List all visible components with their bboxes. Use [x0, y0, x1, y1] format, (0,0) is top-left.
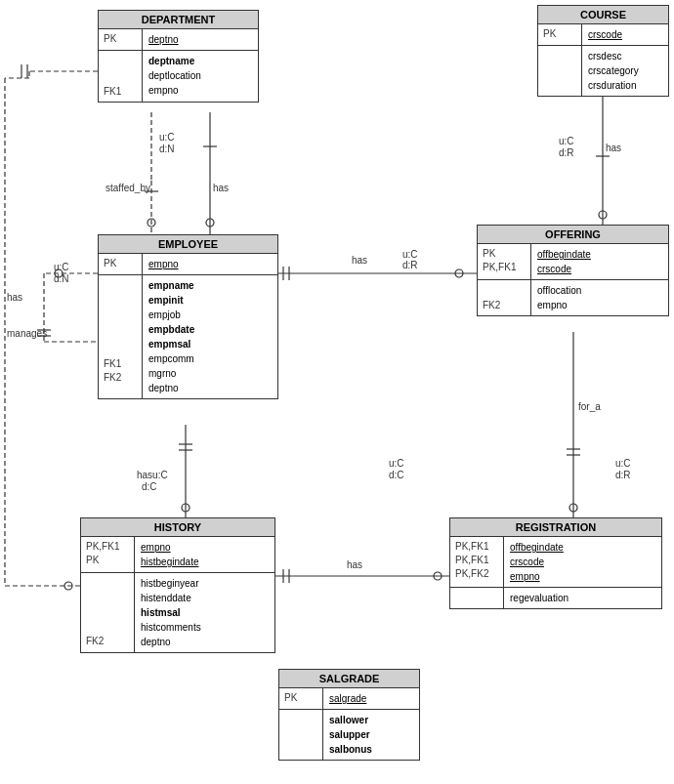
svg-point-29: [182, 504, 190, 512]
registration-title: REGISTRATION: [516, 521, 596, 533]
history-attr-deptno: deptno: [141, 635, 201, 649]
emp-attr-empname: empname: [148, 278, 194, 293]
svg-text:hasu:C: hasu:C: [137, 470, 168, 480]
dept-attr-empno: empno: [148, 83, 201, 98]
svg-text:d:R: d:R: [402, 260, 418, 270]
salgrade-pk-attr: salgrade: [329, 691, 366, 706]
entity-employee: EMPLOYEE PK empno FK1 FK2 empname empini…: [98, 234, 278, 399]
svg-point-6: [206, 219, 214, 227]
course-attr-crsdesc: crsdesc: [588, 49, 639, 63]
entity-course: COURSE PK crscode crsdesc crscategory cr…: [537, 5, 669, 97]
history-attr-histbeginyear: histbeginyear: [141, 576, 201, 591]
salgrade-attr-salbonus: salbonus: [329, 742, 372, 757]
entity-offering-header: OFFERING: [478, 226, 668, 244]
svg-text:manages: manages: [7, 328, 47, 339]
svg-text:d:R: d:R: [615, 470, 631, 480]
history-pkfk1-label: PK,FK1: [86, 540, 129, 554]
history-attr-histenddate: histenddate: [141, 591, 201, 605]
history-pkfk1-attr: empno: [141, 540, 199, 555]
emp-attr-deptno: deptno: [148, 381, 194, 395]
history-pk-attr: histbegindate: [141, 555, 199, 569]
svg-text:d:C: d:C: [389, 470, 404, 480]
reg-pkfk1-2-label: PK,FK1: [455, 554, 498, 567]
department-title: DEPARTMENT: [142, 14, 216, 25]
offering-pk-attr: offbegindate: [537, 247, 591, 262]
svg-point-33: [434, 572, 442, 580]
svg-text:has: has: [7, 292, 22, 303]
entity-department-header: DEPARTMENT: [99, 11, 258, 29]
emp-attr-empcomm: empcomm: [148, 351, 194, 366]
offering-pk-label: PK: [483, 247, 526, 261]
dept-pk-label: PK: [104, 32, 137, 46]
dept-fk1-label: FK1: [104, 85, 137, 99]
salgrade-attr-sallower: sallower: [329, 713, 372, 727]
entity-course-header: COURSE: [538, 6, 668, 24]
emp-attr-empjob: empjob: [148, 308, 194, 322]
course-pk-attr: crscode: [588, 27, 622, 42]
offering-pkfk1-label: PK,FK1: [483, 261, 526, 274]
svg-text:staffed_by: staffed_by: [105, 183, 150, 193]
reg-attr-empno: empno: [510, 569, 564, 584]
reg-attr-crscode: crscode: [510, 555, 564, 569]
offering-fk2-label: FK2: [483, 299, 526, 312]
emp-attr-empinit: empinit: [148, 293, 194, 308]
svg-text:has: has: [606, 143, 621, 153]
emp-attr-empbdate: empbdate: [148, 322, 194, 337]
svg-point-37: [569, 504, 577, 512]
svg-point-47: [64, 582, 72, 590]
course-attr-crsduration: crsduration: [588, 78, 639, 93]
svg-text:has: has: [352, 255, 367, 266]
svg-text:d:R: d:R: [559, 147, 574, 158]
svg-point-23: [599, 211, 607, 219]
svg-text:has: has: [213, 183, 229, 193]
dept-attr-deptlocation: deptlocation: [148, 68, 201, 83]
svg-text:u:C: u:C: [54, 262, 69, 272]
entity-employee-header: EMPLOYEE: [99, 235, 277, 254]
svg-text:u:C: u:C: [615, 458, 631, 469]
reg-attr-regevaluation: regevaluation: [510, 591, 569, 605]
offering-attr-offlocation: offlocation: [537, 283, 581, 298]
salgrade-title: SALGRADE: [319, 673, 380, 684]
emp-attr-empmsal: empmsal: [148, 337, 194, 351]
svg-text:for_a: for_a: [578, 401, 601, 412]
salgrade-pk-label: PK: [284, 691, 317, 705]
svg-point-17: [455, 269, 463, 277]
entity-registration-header: REGISTRATION: [450, 518, 661, 537]
emp-fk2-label: FK2: [104, 371, 137, 385]
emp-attr-mgrno: mgrno: [148, 366, 194, 381]
employee-title: EMPLOYEE: [158, 238, 218, 250]
offering-title: OFFERING: [545, 228, 601, 240]
svg-text:u:C: u:C: [159, 132, 175, 143]
course-title: COURSE: [580, 9, 626, 21]
svg-text:u:C: u:C: [389, 458, 404, 469]
svg-text:d:C: d:C: [142, 481, 157, 492]
history-attr-histcomments: histcomments: [141, 620, 201, 635]
history-attr-histmsal: histmsal: [141, 605, 201, 620]
svg-point-2: [147, 219, 155, 227]
entity-registration: REGISTRATION PK,FK1 PK,FK1 PK,FK2 offbeg…: [449, 517, 662, 609]
entity-history: HISTORY PK,FK1 PK empno histbegindate FK…: [80, 517, 275, 653]
course-attr-crscategory: crscategory: [588, 63, 639, 78]
svg-text:has: has: [347, 559, 362, 570]
salgrade-attr-salupper: salupper: [329, 727, 372, 742]
offering-attr-empno: empno: [537, 298, 581, 312]
history-pk-label: PK: [86, 554, 129, 567]
entity-salgrade: SALGRADE PK salgrade sallower salupper s…: [278, 669, 420, 761]
course-pk-label: PK: [543, 27, 576, 41]
dept-attr-deptname: deptname: [148, 54, 201, 68]
emp-fk1-label: FK1: [104, 357, 137, 371]
reg-pkfk2-label: PK,FK2: [455, 567, 498, 581]
entity-offering: OFFERING PK PK,FK1 offbegindate crscode …: [477, 225, 669, 316]
reg-pkfk1-1-label: PK,FK1: [455, 540, 498, 554]
emp-pk-attr: empno: [148, 257, 179, 271]
emp-pk-label: PK: [104, 257, 137, 270]
svg-text:d:N: d:N: [159, 144, 175, 154]
entity-history-header: HISTORY: [81, 518, 274, 537]
entity-salgrade-header: SALGRADE: [279, 670, 419, 688]
svg-text:u:C: u:C: [402, 249, 418, 260]
diagram-container: u:C d:N u:C d:R has u:C d:R: [0, 0, 674, 784]
entity-department: DEPARTMENT PK deptno FK1 deptname deptlo…: [98, 10, 259, 103]
svg-point-13: [55, 269, 63, 277]
reg-attr-offbegindate: offbegindate: [510, 540, 564, 555]
offering-pkfk1-attr: crscode: [537, 262, 591, 276]
